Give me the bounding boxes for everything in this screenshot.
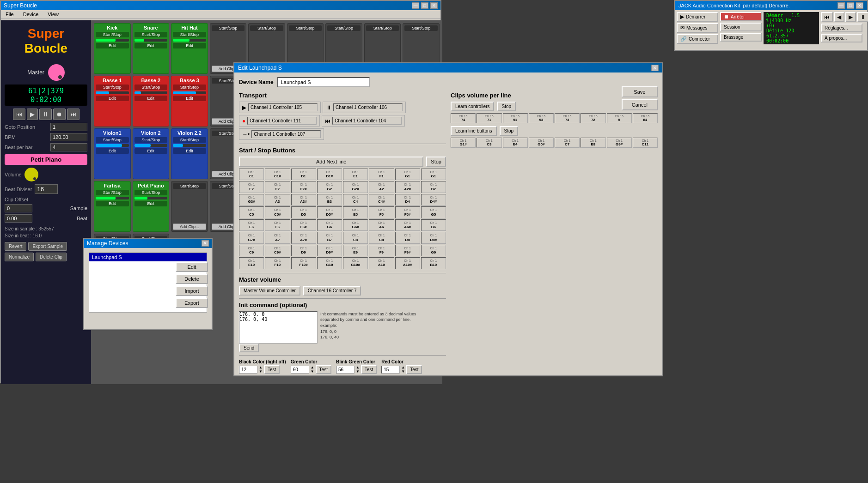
red-test-btn[interactable]: Test [406,365,422,374]
reglages-btn[interactable]: Réglages... [821,24,862,32]
jack-play[interactable]: ▶ [845,12,856,22]
track-startstop-29[interactable]: Start/Stop [173,183,206,189]
ctrl-cell-50[interactable]: Ch 1D9 [291,245,316,256]
device-list-item[interactable]: Launchpad S [89,253,207,261]
ctrl-cell-53[interactable]: Ch 1F9 [369,245,394,256]
ctrl-cell-29[interactable]: Ch 1F5 [369,206,394,218]
ctrl-cell-59[interactable]: Ch 1G10 [317,257,342,269]
close-btn[interactable]: ✕ [430,2,438,9]
ctrl-cell-45[interactable]: Ch 1C8 [369,232,394,243]
track-addclip-29[interactable]: Add Clip... [173,223,206,230]
minimize-btn[interactable]: — [412,2,419,9]
ctrl-cell-41[interactable]: Ch 1A7 [265,232,290,243]
ctrl-cell-36[interactable]: Ch 1G6# [343,219,368,231]
goto-input[interactable] [50,123,87,131]
apropos-btn[interactable]: À propos... [821,34,862,42]
line-ch-cell-6[interactable]: Ch 1G9# [607,138,632,148]
clips-ch-cell-0[interactable]: Ch 1674 [451,113,476,123]
track-startstop-7[interactable]: Start/Stop [366,25,399,31]
ctrl-cell-43[interactable]: Ch 1B7 [317,232,342,243]
clip-offset-beat-input[interactable] [5,214,32,223]
learn-controllers-btn[interactable]: Learn controllers [451,102,494,111]
learn-line-btn[interactable]: Learn line buttons [451,126,497,136]
cancel-btn[interactable]: Cancel [622,99,658,110]
ctrl-cell-35[interactable]: Ch 1G6 [317,219,342,231]
ctrl-cell-60[interactable]: Ch 1G10# [343,257,368,269]
track-startstop-0[interactable]: Start/Stop [96,32,129,37]
normalize-btn[interactable]: Normalize [5,253,34,261]
ctrl-cell-62[interactable]: Ch 1A10# [395,257,420,269]
blink-green-test-btn[interactable]: Test [361,365,377,374]
clips-ch-cell-5[interactable]: Ch 1672 [581,113,605,123]
track-edit-10[interactable]: Edit [134,96,168,101]
ctrl-cell-26[interactable]: Ch 1D5 [291,206,316,218]
ctrl-cell-57[interactable]: Ch 1F10 [265,257,290,269]
brassage-btn[interactable]: Brassage [720,33,762,42]
revert-btn[interactable]: Revert [5,242,26,251]
ctrl-cell-48[interactable]: Ch 1C9 [239,245,264,256]
maximize-btn[interactable]: □ [421,2,428,9]
bpm-input[interactable] [50,133,87,141]
volume-knob[interactable] [24,168,38,181]
red-color-spinner[interactable]: ▲▼ [401,365,405,374]
ctrl-cell-21[interactable]: Ch 1C4# [369,194,394,205]
ctrl-cell-24[interactable]: Ch 1C5 [239,206,264,218]
ctrl-cell-20[interactable]: Ch 1C4 [343,194,368,205]
ctrl-cell-17[interactable]: Ch 1A3 [265,194,290,205]
ctrl-cell-9[interactable]: Ch 1F2 [265,181,290,193]
ctrl-cell-5[interactable]: Ch 1F1 [369,169,394,180]
jack-minimize[interactable]: — [837,2,845,9]
ctrl-cell-54[interactable]: Ch 1F9# [395,245,420,256]
clips-ch-cell-3[interactable]: Ch 1693 [529,113,554,123]
track-startstop-18[interactable]: Start/Stop [96,137,129,143]
menu-device[interactable]: Device [21,11,41,18]
jack-pause[interactable]: ⏸ [857,12,868,22]
beat-diviser-input[interactable] [35,184,58,194]
track-startstop-3[interactable]: Start/Stop [212,25,245,31]
ctrl-cell-38[interactable]: Ch 1A6# [395,219,420,231]
line-ch-cell-7[interactable]: Ch 1C11 [633,138,658,148]
transport-play-ctrl[interactable] [248,103,318,111]
ctrl-cell-63[interactable]: Ch 1B10 [421,257,446,269]
jack-close[interactable]: ✕ [856,2,863,9]
stop-controllers-btn[interactable]: Stop [497,102,516,111]
stop-line-btn[interactable]: Stop [500,126,519,136]
track-edit-11[interactable]: Edit [173,96,206,101]
track-startstop-28[interactable]: Start/Stop [134,190,168,195]
ctrl-cell-16[interactable]: Ch 1G3# [239,194,264,205]
connecter-btn[interactable]: 🔗 Connecter [677,34,718,44]
track-edit-0[interactable]: Edit [96,43,129,48]
delete-device-btn[interactable]: Delete [176,274,208,284]
ctrl-cell-40[interactable]: Ch 1G7# [239,232,264,243]
clips-ch-cell-4[interactable]: Ch 1673 [555,113,580,123]
ctrl-cell-52[interactable]: Ch 1E9 [343,245,368,256]
ctrl-cell-55[interactable]: Ch 1G9 [421,245,446,256]
red-color-input[interactable] [381,366,400,374]
ctrl-cell-11[interactable]: Ch 1G2 [317,181,342,193]
black-color-input[interactable] [239,366,257,374]
manage-devices-close[interactable]: ✕ [202,240,209,247]
delete-clip-btn[interactable]: Delete Clip [36,253,67,261]
ctrl-cell-18[interactable]: Ch 1A3# [291,194,316,205]
ctrl-cell-33[interactable]: Ch 1F6 [265,219,290,231]
ctrl-cell-12[interactable]: Ch 1G2# [343,181,368,193]
ctrl-cell-46[interactable]: Ch 1D8 [395,232,420,243]
track-startstop-1[interactable]: Start/Stop [134,32,168,37]
ctrl-cell-44[interactable]: Ch 1C8 [343,232,368,243]
track-startstop-11[interactable]: Start/Stop [173,85,206,90]
track-edit-2[interactable]: Edit [173,43,206,48]
blink-green-input[interactable] [336,366,355,374]
ctrl-cell-19[interactable]: Ch 1B3 [317,194,342,205]
ctrl-cell-39[interactable]: Ch 1B6 [421,219,446,231]
transport-record[interactable]: ⏺ [53,109,66,120]
ctrl-cell-6[interactable]: Ch 1G1 [395,169,420,180]
ctrl-cell-51[interactable]: Ch 1D9# [317,245,342,256]
clips-ch-cell-2[interactable]: Ch 1691 [503,113,528,123]
track-edit-28[interactable]: Edit [134,201,168,206]
ctrl-cell-4[interactable]: Ch 1E1 [343,169,368,180]
line-ch-cell-1[interactable]: Ch 1C3 [477,138,501,148]
ctrl-cell-27[interactable]: Ch 1D5# [317,206,342,218]
line-ch-cell-4[interactable]: Ch 1C7 [555,138,580,148]
export-device-btn[interactable]: Export [176,298,208,308]
edit-device-btn[interactable]: Edit [176,262,208,272]
